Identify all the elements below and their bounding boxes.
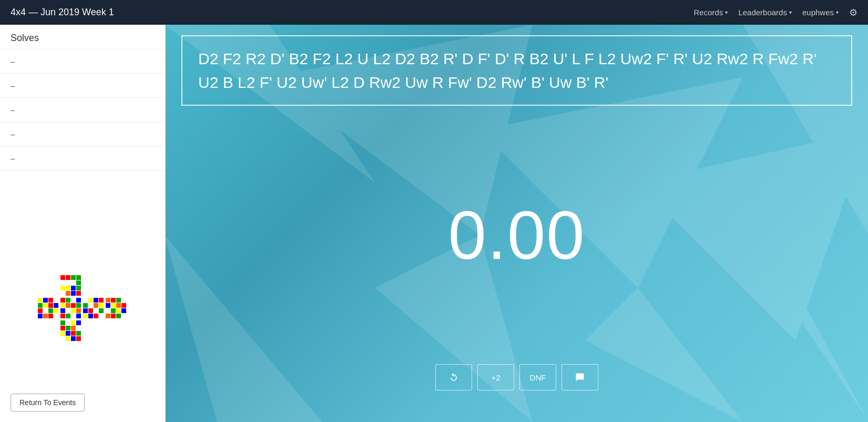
- cube-cell: [106, 314, 110, 318]
- user-chevron-icon: ▾: [836, 9, 839, 15]
- cube-cell: [48, 298, 53, 303]
- solves-header: Solves: [0, 25, 165, 49]
- cube-cell: [38, 298, 43, 303]
- cube-cell: [76, 336, 81, 341]
- cube-cell: [60, 291, 65, 296]
- cube-cell: [66, 336, 70, 341]
- cube-cell: [54, 314, 58, 318]
- cube-cell: [111, 308, 116, 313]
- cube-cell: [48, 308, 53, 313]
- cube-cell: [88, 308, 93, 313]
- svg-marker-1: [270, 25, 533, 235]
- cube-cell: [88, 298, 93, 303]
- cube-cell: [66, 291, 70, 296]
- cube-cell: [106, 298, 110, 303]
- cube-cell: [71, 286, 76, 290]
- cube-cell: [76, 326, 81, 330]
- background-decoration: [166, 25, 868, 422]
- cube-cell: [71, 275, 76, 280]
- cube-face-right: [83, 298, 104, 319]
- solve-item-4: –: [0, 146, 165, 170]
- page-title: 4x4 — Jun 2019 Week 1: [11, 7, 114, 18]
- cube-cell: [71, 336, 76, 341]
- cube-cell: [94, 308, 98, 313]
- cube-cell: [60, 314, 65, 318]
- cube-cell: [48, 303, 53, 308]
- cube-cell: [66, 280, 70, 285]
- cube-cell: [94, 303, 98, 308]
- leaderboards-nav[interactable]: Leaderboards ▾: [738, 8, 792, 17]
- return-button-container: Return To Events: [0, 386, 165, 422]
- cube-cell: [60, 331, 65, 336]
- svg-marker-0: [166, 25, 375, 183]
- cube-cross: [38, 275, 127, 380]
- cube-cell: [66, 298, 70, 303]
- cube-cell: [94, 314, 98, 318]
- main-content: Solves ––––– Return To Events: [0, 25, 868, 422]
- cube-cell: [121, 314, 126, 318]
- cube-cell: [38, 303, 43, 308]
- cube-cell: [106, 303, 110, 308]
- cube-cell: [43, 303, 48, 308]
- cube-face-top: [60, 275, 81, 296]
- cube-cell: [71, 314, 76, 318]
- cube-cell: [76, 286, 81, 290]
- comment-button[interactable]: [561, 364, 598, 390]
- header: 4x4 — Jun 2019 Week 1 Records ▾ Leaderbo…: [0, 0, 868, 25]
- dnf-button[interactable]: DNF: [519, 364, 556, 390]
- svg-marker-7: [585, 288, 743, 422]
- cube-cell: [60, 336, 65, 341]
- cube-cell: [66, 303, 70, 308]
- cube-cell: [43, 308, 48, 313]
- cube-cell: [71, 298, 76, 303]
- cube-cell: [111, 303, 116, 308]
- cube-cell: [60, 298, 65, 303]
- cube-cell: [66, 326, 70, 330]
- records-nav[interactable]: Records ▾: [694, 8, 728, 17]
- cube-cell: [71, 331, 76, 336]
- cube-cell: [60, 286, 65, 290]
- cube-cell: [66, 286, 70, 290]
- cube-cell: [38, 308, 43, 313]
- cube-cell: [66, 331, 70, 336]
- cube-cell: [94, 298, 98, 303]
- cube-cell: [76, 298, 81, 303]
- svg-marker-5: [166, 235, 322, 422]
- settings-icon[interactable]: ⚙: [849, 7, 857, 18]
- cube-cell: [71, 326, 76, 330]
- return-to-events-button[interactable]: Return To Events: [11, 394, 85, 411]
- cube-cell: [66, 275, 70, 280]
- cube-cell: [88, 314, 93, 318]
- cube-cell: [83, 308, 88, 313]
- solve-item-0: –: [0, 49, 165, 74]
- cube-face-bottom: [60, 320, 81, 341]
- solve-item-1: –: [0, 74, 165, 98]
- cube-cell: [76, 308, 81, 313]
- user-nav[interactable]: euphwes ▾: [802, 8, 839, 17]
- undo-button[interactable]: [435, 364, 472, 390]
- cube-cell: [76, 320, 81, 325]
- cube-cell: [76, 280, 81, 285]
- timer-area[interactable]: D2 F2 R2 D' B2 F2 L2 U L2 D2 B2 R' D F' …: [166, 25, 868, 422]
- cube-cell: [48, 314, 53, 318]
- cube-cell: [60, 320, 65, 325]
- cube-cell: [60, 275, 65, 280]
- cube-cell: [99, 308, 104, 313]
- cube-cell: [66, 308, 70, 313]
- scramble-box: D2 F2 R2 D' B2 F2 L2 U L2 D2 B2 R' D F' …: [181, 35, 852, 106]
- cube-cell: [99, 298, 104, 303]
- cube-cell: [83, 314, 88, 318]
- svg-marker-2: [480, 77, 743, 288]
- cube-cell: [99, 303, 104, 308]
- cube-cell: [99, 314, 104, 318]
- svg-marker-8: [743, 235, 868, 422]
- plus2-button[interactable]: +2: [477, 364, 514, 390]
- svg-marker-6: [375, 235, 533, 422]
- solve-item-3: –: [0, 122, 165, 146]
- cube-cell: [60, 326, 65, 330]
- cube-cell: [60, 303, 65, 308]
- cube-cell: [71, 308, 76, 313]
- svg-marker-4: [743, 25, 868, 235]
- cube-cell: [83, 298, 88, 303]
- cube-cell: [121, 303, 126, 308]
